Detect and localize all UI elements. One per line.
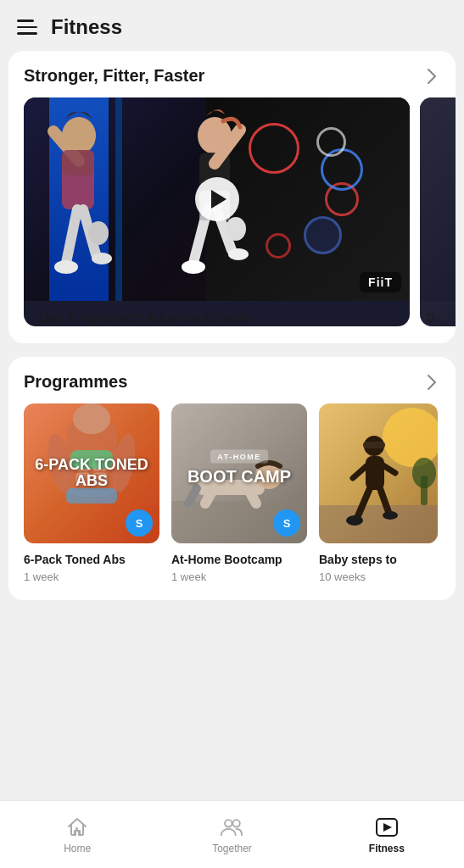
prog-duration-2: 1 week — [171, 570, 307, 583]
prog-thumb-3 — [319, 403, 438, 543]
fitness-icon — [375, 815, 399, 839]
app-header: Fitness — [0, 0, 464, 51]
featured-title: Stronger, Fitter, Faster — [24, 66, 204, 86]
together-icon — [220, 815, 243, 839]
play-button[interactable] — [195, 177, 239, 221]
prog-badge-1: S — [126, 509, 153, 537]
workout-title: Day 1. Ignite with Adrienne & Gede — [24, 301, 410, 326]
svg-line-3 — [66, 209, 77, 263]
hero-card-secondary[interactable]: D — [420, 97, 456, 326]
programme-card-2[interactable]: AT-HOME BOOT CAMP S At-Home Bootcamp 1 w… — [171, 403, 307, 583]
prog-duration-3: 10 weeks — [319, 570, 438, 583]
prog-title-3: Baby steps to — [319, 552, 438, 567]
nav-together[interactable]: Together — [198, 815, 266, 854]
featured-chevron[interactable] — [423, 68, 440, 85]
svg-point-46 — [412, 458, 436, 488]
programme-card-1[interactable]: 6-PACK TONED ABS S 6-Pack Toned Abs 1 we… — [24, 403, 159, 583]
prog-duration-1: 1 week — [24, 570, 159, 583]
home-icon — [65, 815, 89, 839]
svg-point-14 — [226, 217, 246, 241]
together-label: Together — [212, 843, 252, 854]
svg-rect-8 — [62, 150, 94, 175]
svg-point-6 — [54, 260, 78, 274]
nav-fitness[interactable]: Fitness — [353, 815, 421, 854]
home-label: Home — [64, 843, 91, 854]
programmes-header: Programmes — [8, 372, 456, 403]
prog-overlay-2: AT-HOME BOOT CAMP — [171, 448, 307, 486]
hero-image: FiiT — [24, 97, 410, 301]
featured-section: Stronger, Fitter, Faster — [8, 51, 456, 343]
fitness-label: Fitness — [369, 843, 405, 854]
featured-header: Stronger, Fitter, Faster — [8, 66, 456, 97]
svg-rect-27 — [66, 488, 117, 504]
hero-workout-card[interactable]: FiiT Day 1. Ignite with Adrienne & Gede — [24, 97, 410, 326]
programme-card-3[interactable]: Baby steps to 10 weeks — [319, 403, 438, 583]
svg-rect-35 — [319, 505, 438, 543]
menu-button[interactable] — [17, 19, 37, 35]
svg-point-34 — [383, 408, 438, 467]
svg-point-15 — [182, 260, 205, 274]
fiit-badge: FiiT — [360, 272, 401, 292]
prog-overlay-1: 6-PACK TONED ABS — [24, 457, 159, 491]
programmes-list[interactable]: 6-PACK TONED ABS S 6-Pack Toned Abs 1 we… — [8, 403, 456, 583]
programmes-chevron[interactable] — [423, 374, 440, 391]
programmes-section: Programmes — [8, 357, 456, 600]
nav-home[interactable]: Home — [43, 815, 111, 854]
prog-title-2: At-Home Bootcamp — [171, 552, 307, 567]
bottom-navigation: Home Together Fitness — [0, 800, 464, 868]
svg-point-48 — [233, 820, 240, 826]
svg-marker-50 — [383, 823, 392, 832]
svg-rect-42 — [363, 442, 385, 448]
svg-point-43 — [346, 515, 363, 526]
svg-point-5 — [88, 221, 109, 245]
svg-rect-37 — [366, 456, 384, 490]
svg-point-16 — [228, 248, 249, 260]
prog-title-1: 6-Pack Toned Abs — [24, 552, 159, 567]
svg-point-44 — [383, 511, 398, 520]
svg-point-19 — [73, 403, 110, 434]
svg-point-7 — [92, 253, 112, 264]
programmes-title: Programmes — [24, 372, 127, 392]
svg-point-47 — [226, 820, 232, 826]
prog-badge-2: S — [273, 509, 300, 537]
main-content: Stronger, Fitter, Faster — [0, 51, 464, 690]
page-title: Fitness — [51, 15, 122, 39]
prog-thumb-2: AT-HOME BOOT CAMP S — [171, 403, 307, 543]
hero-scroll[interactable]: FiiT Day 1. Ignite with Adrienne & Gede … — [8, 97, 456, 326]
prog-bg-3 — [319, 403, 438, 543]
prog-thumb-1: 6-PACK TONED ABS S — [24, 403, 159, 543]
